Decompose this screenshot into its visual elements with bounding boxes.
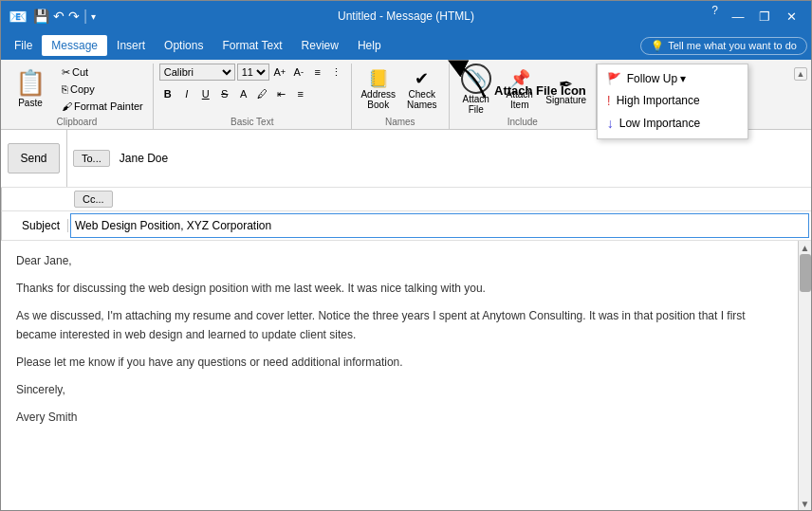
menu-format-text[interactable]: Format Text — [212, 35, 291, 56]
scroll-track — [799, 254, 812, 497]
names-group: 📒 Address Book ✔ Check Names Names — [352, 64, 450, 129]
subject-input[interactable] — [70, 213, 809, 238]
cc-input[interactable] — [119, 188, 811, 210]
send-button[interactable]: Send — [8, 143, 59, 173]
cut-button[interactable]: ✂ Cut — [58, 64, 147, 81]
help-icon[interactable]: ? — [711, 4, 718, 28]
close-button[interactable]: ✕ — [779, 4, 803, 28]
email-body[interactable]: Dear Jane, Thanks for discussing the web… — [1, 241, 798, 510]
format-painter-label: Format Painter — [74, 100, 143, 112]
menu-bar: File Message Insert Options Format Text … — [1, 31, 811, 60]
menu-message[interactable]: Message — [42, 35, 107, 56]
font-row: Calibri 11 A+ A- ≡ ⋮ — [159, 64, 345, 81]
restore-button[interactable]: ❐ — [752, 4, 777, 28]
menu-file[interactable]: File — [5, 35, 42, 56]
underline-button[interactable]: U — [197, 85, 214, 102]
paste-button[interactable]: 📋 Paste — [7, 64, 54, 113]
ribbon-content: 📋 Paste ✂ Cut ⎘ Copy — [1, 60, 811, 130]
strikethrough-button[interactable]: S — [216, 85, 233, 102]
indent-button[interactable]: ⇤ — [273, 85, 290, 102]
tags-group: 🚩 Follow Up ▾ ! High Importance ↓ Low Im… — [597, 64, 629, 129]
font-color-button[interactable]: A — [235, 85, 252, 102]
check-names-button[interactable]: ✔ Check Names — [401, 64, 443, 114]
high-importance-icon: ! — [607, 93, 611, 108]
format-painter-icon: 🖌 — [62, 100, 72, 112]
format-row: B I U S A 🖊 ⇤ ≡ — [159, 85, 309, 102]
customize-icon[interactable]: ▾ — [91, 11, 96, 22]
body-line3: As we discussed, I'm attaching my resume… — [16, 307, 783, 343]
undo-icon[interactable]: ↶ — [53, 9, 65, 24]
clipboard-group: 📋 Paste ✂ Cut ⎘ Copy — [1, 64, 154, 129]
basic-text-content: Calibri 11 A+ A- ≡ ⋮ B I U S — [159, 64, 345, 115]
menu-options[interactable]: Options — [155, 35, 212, 56]
paste-icon: 📋 — [15, 68, 46, 98]
cut-icon: ✂ — [62, 66, 70, 79]
copy-button[interactable]: ⎘ Copy — [58, 81, 147, 98]
menu-insert[interactable]: Insert — [107, 35, 155, 56]
high-importance-item[interactable]: ! High Importance — [598, 89, 747, 112]
scroll-down-button[interactable]: ▼ — [799, 497, 812, 510]
format-painter-button[interactable]: 🖌 Format Painter — [58, 98, 147, 115]
copy-label: Copy — [70, 83, 95, 95]
address-book-label: Address Book — [358, 89, 399, 110]
font-size-select[interactable]: 11 — [237, 64, 269, 81]
check-names-label: Check Names — [401, 89, 443, 110]
tell-me-box[interactable]: 💡 Tell me what you want to do — [640, 37, 807, 55]
clipboard-content: 📋 Paste ✂ Cut ⎘ Copy — [7, 64, 147, 115]
decrease-font-button[interactable]: A- — [290, 64, 307, 81]
to-field-row: To... — [67, 147, 811, 170]
menu-review[interactable]: Review — [292, 35, 348, 56]
send-area: Send — [1, 130, 67, 187]
copy-icon: ⎘ — [62, 83, 68, 95]
signature-label: Signature — [545, 95, 586, 105]
compose-area: Send To... Cc... Subject — [1, 130, 811, 510]
address-book-icon: 📒 — [368, 68, 389, 89]
body-line2: Thanks for discussing the web design pos… — [16, 280, 783, 298]
flag-icon: 🚩 — [607, 72, 621, 85]
basic-text-group: Calibri 11 A+ A- ≡ ⋮ B I U S — [154, 64, 352, 129]
attach-item-button[interactable]: 📌 Attach Item — [499, 64, 541, 114]
align-button[interactable]: ≡ — [292, 85, 309, 102]
lightbulb-icon: 💡 — [651, 40, 664, 52]
window-controls: ? — ❐ ✕ — [711, 4, 803, 28]
cc-field-row: Cc... — [68, 188, 811, 210]
to-button[interactable]: To... — [73, 150, 110, 167]
window-title: Untitled - Message (HTML) — [338, 9, 474, 23]
minimize-button[interactable]: — — [726, 4, 750, 28]
low-importance-item[interactable]: ↓ Low Importance — [598, 112, 747, 135]
menu-help[interactable]: Help — [348, 35, 391, 56]
tell-me-label: Tell me what you want to do — [668, 40, 797, 51]
body-scrollbar[interactable]: ▲ ▼ — [798, 241, 811, 510]
quick-access-toolbar: 💾 ↶ ↷ | ▾ — [33, 8, 96, 25]
ribbon-collapse-area: ▲ — [792, 64, 811, 129]
cc-row: Cc... — [1, 188, 811, 211]
redo-icon[interactable]: ↷ — [68, 9, 80, 24]
signature-button[interactable]: ✒ Signature — [543, 64, 590, 114]
include-group: 📎 Attach File 📌 Attach Item ✒ Signature … — [450, 64, 597, 129]
to-input[interactable] — [116, 147, 811, 170]
italic-button[interactable]: I — [178, 85, 195, 102]
follow-up-item[interactable]: 🚩 Follow Up ▾ — [598, 68, 747, 89]
scroll-up-button[interactable]: ▲ — [799, 241, 812, 254]
outlook-window: 📧 💾 ↶ ↷ | ▾ Untitled - Message (HTML) ? … — [0, 0, 812, 511]
app-icon: 📧 — [9, 8, 28, 26]
highlight-button[interactable]: 🖊 — [254, 85, 271, 102]
numbering-button[interactable]: ⋮ — [328, 64, 345, 81]
address-book-button[interactable]: 📒 Address Book — [358, 64, 399, 114]
cc-button[interactable]: Cc... — [74, 191, 113, 208]
body-area: Dear Jane, Thanks for discussing the web… — [1, 241, 811, 510]
ribbon-collapse-button[interactable]: ▲ — [794, 67, 807, 81]
main-content: Send To... Cc... Subject — [1, 130, 811, 510]
subject-row: Subject — [1, 211, 811, 241]
bold-button[interactable]: B — [159, 85, 176, 102]
attach-file-button[interactable]: 📎 Attach File — [455, 64, 497, 114]
bullets-button[interactable]: ≡ — [309, 64, 326, 81]
attach-item-icon: 📌 — [509, 68, 530, 89]
low-importance-label: Low Importance — [619, 117, 700, 130]
include-label: Include — [455, 115, 590, 129]
font-family-select[interactable]: Calibri — [159, 64, 235, 81]
increase-font-button[interactable]: A+ — [271, 64, 288, 81]
scroll-thumb[interactable] — [800, 254, 811, 292]
title-bar-left: 📧 💾 ↶ ↷ | ▾ — [9, 8, 96, 26]
save-icon[interactable]: 💾 — [33, 9, 49, 24]
